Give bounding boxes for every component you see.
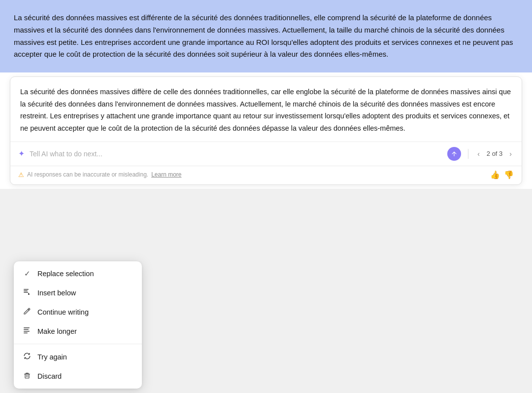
replace-selection-label: Replace selection — [37, 270, 94, 278]
send-button[interactable] — [447, 147, 461, 161]
dropdown-menu: ✓ Replace selection Insert below — [14, 261, 142, 389]
ai-disclaimer-text: ⚠ AI responses can be inaccurate or misl… — [18, 171, 182, 179]
discard-label: Discard — [37, 372, 62, 380]
svg-rect-7 — [24, 333, 28, 334]
retry-icon — [23, 352, 32, 361]
selected-text: La sécurité des données massives est dif… — [14, 13, 513, 58]
svg-rect-9 — [24, 374, 30, 374]
warning-icon: ⚠ — [18, 171, 24, 179]
nav-divider — [468, 149, 468, 159]
svg-rect-1 — [24, 290, 28, 291]
svg-rect-8 — [25, 374, 29, 378]
insert-icon — [23, 288, 32, 297]
sparkle-icon: ✦ — [18, 149, 25, 158]
check-icon: ✓ — [23, 269, 32, 278]
make-longer-label: Make longer — [37, 327, 77, 335]
svg-rect-0 — [24, 289, 29, 290]
thumbs-up-button[interactable]: 👍 — [490, 170, 500, 179]
menu-item-make-longer[interactable]: Make longer — [14, 322, 142, 341]
ai-response-text: La sécurité des données massives diffère… — [10, 77, 522, 142]
thumbs-down-button[interactable]: 👎 — [504, 170, 514, 179]
ai-disclaimer-row: ⚠ AI responses can be inaccurate or misl… — [10, 166, 522, 184]
nav-prev-button[interactable]: ‹ — [475, 149, 482, 159]
learn-more-link[interactable]: Learn more — [151, 171, 181, 178]
menu-item-replace-selection[interactable]: ✓ Replace selection — [14, 264, 142, 283]
nav-count: 2 of 3 — [487, 150, 503, 157]
insert-below-label: Insert below — [37, 289, 76, 297]
ai-input-placeholder[interactable]: Tell AI what to do next... — [30, 150, 442, 158]
ai-panel: La sécurité des données massives diffère… — [10, 76, 522, 185]
menu-item-try-again[interactable]: Try again — [14, 347, 142, 366]
svg-rect-4 — [24, 327, 30, 328]
svg-rect-2 — [24, 292, 28, 293]
lines-icon — [23, 326, 32, 336]
trash-icon — [23, 371, 32, 381]
menu-item-insert-below[interactable]: Insert below — [14, 283, 142, 302]
arrow-up-icon — [451, 150, 458, 157]
menu-group-1: ✓ Replace selection Insert below — [14, 261, 142, 344]
svg-rect-6 — [24, 331, 30, 332]
menu-item-discard[interactable]: Discard — [14, 366, 142, 386]
main-container: La sécurité des données massives est dif… — [0, 0, 532, 189]
svg-rect-5 — [24, 329, 29, 330]
pen-icon — [23, 307, 32, 317]
continue-writing-label: Continue writing — [37, 308, 89, 316]
try-again-label: Try again — [37, 353, 67, 361]
ai-input-row: ✦ Tell AI what to do next... ‹ 2 of 3 › — [10, 142, 522, 166]
svg-rect-3 — [28, 293, 29, 295]
nav-next-button[interactable]: › — [507, 149, 514, 159]
menu-item-continue-writing[interactable]: Continue writing — [14, 302, 142, 322]
selected-text-block: La sécurité des données massives est dif… — [0, 0, 532, 72]
menu-group-2: Try again Discard — [14, 344, 142, 389]
feedback-icons: 👍 👎 — [490, 170, 514, 179]
